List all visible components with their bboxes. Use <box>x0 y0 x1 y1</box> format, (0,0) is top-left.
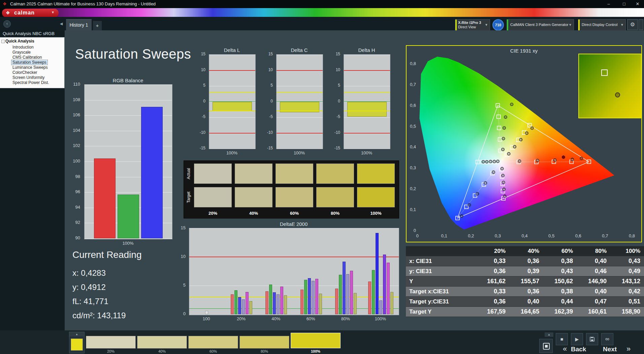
axis-tick-label: 96 <box>75 189 80 194</box>
table-cell: 0,36 <box>477 266 510 276</box>
pattern-swatch-80%[interactable] <box>239 336 289 349</box>
meter-status-stripe <box>455 20 457 30</box>
sidebar-item-spectral-power-dist-[interactable]: Spectral Power Dist. <box>11 80 50 85</box>
grid-line <box>209 86 255 86</box>
tab-history-1[interactable]: History 1 <box>66 19 92 31</box>
close-button[interactable]: ✕ <box>631 0 644 8</box>
measured-point <box>502 174 504 177</box>
table-cell: 0,47 <box>578 297 611 307</box>
save-button[interactable] <box>586 333 598 345</box>
delta-chart-delta-h <box>344 54 390 149</box>
table-cell: 161,62 <box>477 276 510 287</box>
sidebar-item-screen-uniformity[interactable]: Screen Uniformity <box>11 75 45 80</box>
reading-cd: cd/m²: 143,119 <box>72 311 126 320</box>
back-chevrons-icon[interactable]: « <box>563 345 567 353</box>
deltae-bar <box>246 292 249 314</box>
table-cell: 150,62 <box>544 276 578 287</box>
measured-point <box>502 148 504 151</box>
grid-line <box>344 86 390 86</box>
deltae-bar <box>265 291 268 314</box>
sidebar-item-colorchecker[interactable]: ColorChecker <box>11 70 38 75</box>
pattern-swatch-40%[interactable] <box>137 336 187 349</box>
back-button[interactable]: Back <box>571 346 586 353</box>
table-cell: 0,51 <box>611 297 644 307</box>
limit-line <box>344 92 390 93</box>
measured-point <box>489 160 492 163</box>
edge-panel-button[interactable] <box>639 19 643 30</box>
swatch-col-label: 100% <box>357 211 395 216</box>
axis-tick-label: 100% <box>370 316 390 321</box>
axis-tick-label: 100 <box>73 158 80 164</box>
pattern-swatch-100%[interactable] <box>291 333 341 348</box>
collapse-up-icon[interactable]: ▲ <box>545 332 553 337</box>
row-label: Target Y <box>406 307 477 317</box>
sidebar-collapse-icon[interactable]: ◀ <box>59 21 64 26</box>
delta-y-axis: 151050-5-10-15 <box>194 54 207 148</box>
table-cell: 0,43 <box>544 266 578 276</box>
axis-tick-label: -15 <box>267 146 273 150</box>
table-cell: 155,57 <box>510 276 544 287</box>
axis-tick-label: 5 <box>338 83 340 88</box>
limit-line <box>277 92 323 93</box>
display-control-button[interactable]: Direct Display Control ▼ <box>578 19 626 31</box>
table-cell: 0,42 <box>611 287 644 297</box>
rgb-y-axis: 1101081061041021009896949290 <box>67 84 82 239</box>
tree-root-label[interactable]: Quick Analysis <box>5 39 34 43</box>
meter-badge[interactable]: 710 <box>492 19 504 31</box>
pattern-window-button[interactable] <box>539 339 553 353</box>
collapse-up-icon[interactable]: ▲ <box>69 332 84 336</box>
deltae-bar <box>238 297 241 314</box>
axis-tick-label: 5 <box>183 283 186 288</box>
axis-tick-label: 110 <box>73 82 80 87</box>
cie-x-tick: 0,8 <box>626 233 637 238</box>
play-button[interactable]: ▶ <box>571 333 583 345</box>
sweep-line <box>457 162 501 218</box>
table-header <box>406 246 477 256</box>
measured-point <box>502 181 505 184</box>
chevron-down-icon: ▼ <box>51 10 55 14</box>
calman-menu-button[interactable]: ❖ calman ▼ <box>2 9 59 17</box>
link-button[interactable]: ∞ <box>601 333 613 345</box>
pattern-swatch-20%[interactable] <box>86 336 136 349</box>
table-cell: 0,38 <box>544 287 578 297</box>
axis-tick-label: -15 <box>200 146 205 150</box>
rgb-x-label: 100% <box>84 241 172 246</box>
sidebar-item-cms-calibration[interactable]: CMS Calibration <box>11 55 43 60</box>
display-control-label: Direct Display Control <box>582 23 617 27</box>
pattern-swatch-60%[interactable] <box>188 336 238 349</box>
stop-button[interactable]: ■ <box>556 333 568 345</box>
limit-line <box>209 133 255 134</box>
row-label: y: CIE31 <box>406 266 477 276</box>
pattern-generator-button[interactable]: CalMAN Client 3 Pattern Generator ▼ <box>507 19 574 31</box>
add-tab-button[interactable]: + <box>93 21 102 30</box>
measured-point <box>476 193 479 195</box>
axis-tick-label: 104 <box>73 128 80 133</box>
table-cell: 0,33 <box>477 256 510 266</box>
pattern-swatch-label: 20% <box>86 349 136 353</box>
sidebar-item-grayscale[interactable]: Grayscale <box>11 50 32 55</box>
settings-gear-icon[interactable]: ⚙ <box>627 19 638 30</box>
minimize-button[interactable]: – <box>602 0 616 8</box>
cie-y-tick: 0,1 <box>407 207 416 212</box>
grid-line <box>85 85 172 85</box>
cie-x-tick: 0 <box>412 233 423 238</box>
maximize-button[interactable]: □ <box>617 0 631 8</box>
sidebar-item-luminance-sweeps[interactable]: Luminance Sweeps <box>11 65 49 70</box>
row-label: x: CIE31 <box>406 256 477 266</box>
meter-mode: Direct View <box>458 25 476 29</box>
next-chevrons-icon[interactable]: » <box>626 345 631 353</box>
next-button[interactable]: Next <box>603 346 617 353</box>
tree-expander-icon[interactable]: - <box>1 40 5 43</box>
swatch-col-label: 20% <box>194 211 232 216</box>
deltae-bar <box>205 311 208 314</box>
limit-line <box>277 111 323 111</box>
nav-back-button[interactable]: ‹ <box>3 20 11 28</box>
meter-device-button[interactable]: X-Rite i1Pro 3 Direct View ▼ <box>455 19 490 31</box>
sidebar-item-introduction[interactable]: Introduction <box>11 45 35 50</box>
sidebar-item-saturation-sweeps[interactable]: Saturation Sweeps <box>11 60 47 65</box>
swatch-actual-100% <box>357 164 395 184</box>
delta-chart-delta-c <box>276 54 323 149</box>
delta-y-axis: 151050-5-10-15 <box>261 54 275 148</box>
swatch-target-20% <box>194 187 232 207</box>
window-title: Calman 2025 Calman Ultimate for Business… <box>10 1 156 6</box>
